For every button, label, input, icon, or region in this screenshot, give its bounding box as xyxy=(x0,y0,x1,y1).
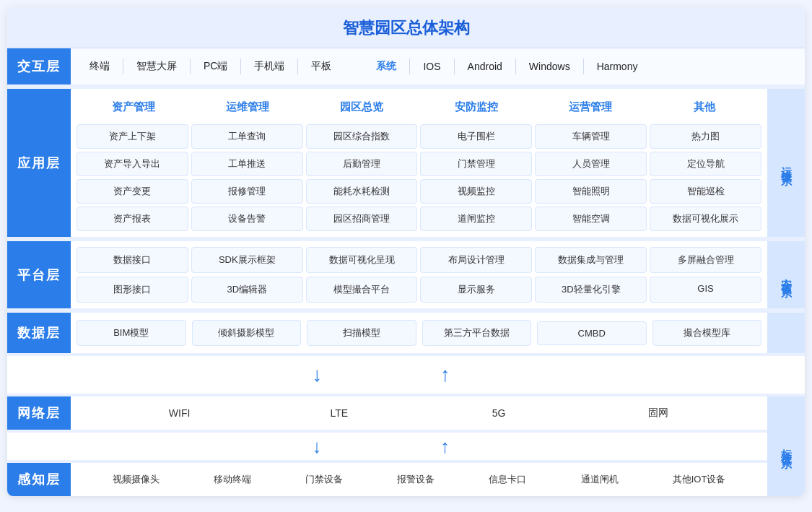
platform-layer-label: 平台层 xyxy=(7,241,71,308)
arrow-area: ↓ ↑ xyxy=(56,360,767,389)
data-cell-2: 扫描模型 xyxy=(307,320,416,346)
lte: LTE xyxy=(318,407,361,419)
app-cell-1-5: 定位导航 xyxy=(650,152,761,176)
app-header-3: 安防监控 xyxy=(419,97,533,117)
arrow-up-2-icon: ↑ xyxy=(440,435,450,458)
arrow-down-icon: ↓ xyxy=(313,363,323,386)
page-title: 智慧园区总体架构 xyxy=(7,7,805,48)
terminal-label: 终端 xyxy=(78,57,121,76)
mobile-terminal: 移动终端 xyxy=(214,473,251,486)
divider xyxy=(240,58,241,74)
plat-cell-1-3: 显示服务 xyxy=(420,277,532,303)
app-headers: 资产管理 运维管理 园区总览 安防监控 运营管理 其他 xyxy=(77,95,761,120)
5g: 5G xyxy=(477,407,520,419)
perception-layer-label: 感知层 xyxy=(7,463,71,496)
windows: Windows xyxy=(518,58,582,75)
other-iot: 其他IOT设备 xyxy=(673,473,726,486)
arrow-down-2-icon: ↓ xyxy=(313,435,322,458)
interaction-layer-label: 交互层 xyxy=(7,48,71,84)
app-row-1: 资产导入导出 工单推送 后勤管理 门禁管理 人员管理 定位导航 xyxy=(77,152,761,176)
app-cell-2-5: 智能巡检 xyxy=(650,179,761,204)
app-cell-3-2: 园区招商管理 xyxy=(306,207,418,231)
terminal-group: 终端 智慧大屏 PC端 手机端 平板 xyxy=(78,57,343,76)
network-content: WIFI LTE 5G 固网 xyxy=(71,396,767,430)
app-content: 资产管理 运维管理 园区总览 安防监控 运营管理 其他 资产上下架 工单查询 园… xyxy=(71,89,767,237)
perception-layer-row: 感知层 视频摄像头 移动终端 门禁设备 报警设备 信息卡口 通道闸机 其他IOT… xyxy=(7,463,767,496)
app-cell-2-4: 智能照明 xyxy=(535,179,647,204)
data-section-wrapper: 数据层 BIM模型 倾斜摄影模型 扫描模型 第三方平台数据 CMBD 撮合模型库 xyxy=(7,313,805,356)
harmony: Harmony xyxy=(585,58,650,75)
plat-cell-0-3: 布局设计管理 xyxy=(420,247,532,273)
alarm-device: 报警设备 xyxy=(397,473,435,486)
data-cell-1: 倾斜摄影模型 xyxy=(192,320,302,346)
divider xyxy=(409,58,410,74)
app-header-2: 园区总览 xyxy=(305,97,419,117)
app-layer-label: 应用层 xyxy=(7,89,71,237)
arrow-up-icon: ↑ xyxy=(440,363,450,386)
video-camera: 视频摄像头 xyxy=(113,473,160,486)
app-cell-2-3: 视频监控 xyxy=(420,179,532,204)
android: Android xyxy=(456,58,514,75)
app-cell-3-0: 资产报表 xyxy=(77,207,188,231)
app-cell-0-3: 电子围栏 xyxy=(420,124,532,149)
system-group: 系统 IOS Android Windows Harmony xyxy=(364,57,649,76)
standard-right-label: 标准体系 xyxy=(767,396,805,496)
divider xyxy=(515,58,516,74)
divider xyxy=(454,58,455,74)
app-section-wrapper: 应用层 资产管理 运维管理 园区总览 安防监控 运营管理 其他 资产上下架 工单… xyxy=(7,89,805,241)
main-container: 智慧园区总体架构 交互层 终端 智慧大屏 PC端 手机端 平板 系统 IOS xyxy=(7,7,805,496)
arrow-area-2: ↓ ↑ xyxy=(56,433,767,460)
app-cell-3-3: 道闸监控 xyxy=(420,207,532,231)
plat-cell-0-5: 多屏融合管理 xyxy=(650,247,761,273)
app-cell-1-1: 工单推送 xyxy=(191,152,303,176)
network-perception-col: 网络层 WIFI LTE 5G 固网 ↓ ↑ 感知层 视频摄像头 xyxy=(7,396,767,496)
smart-screen: 智慧大屏 xyxy=(125,57,188,76)
app-cell-2-0: 资产变更 xyxy=(77,179,188,204)
perception-content: 视频摄像头 移动终端 门禁设备 报警设备 信息卡口 通道闸机 其他IOT设备 xyxy=(71,463,767,496)
app-cell-2-2: 能耗水耗检测 xyxy=(306,179,418,204)
access-control: 门禁设备 xyxy=(305,473,343,486)
yw-right-label: 运维体系 xyxy=(767,89,805,237)
plat-cell-0-1: SDK展示框架 xyxy=(191,247,303,273)
app-cell-2-1: 报修管理 xyxy=(191,179,303,204)
data-cell-5: 撮合模型库 xyxy=(652,320,762,346)
app-cell-3-4: 智能空调 xyxy=(535,207,647,231)
app-cell-1-0: 资产导入导出 xyxy=(77,152,188,176)
divider xyxy=(583,58,584,74)
app-header-0: 资产管理 xyxy=(77,97,191,117)
app-cell-3-5: 数据可视化展示 xyxy=(650,207,761,231)
app-cell-3-1: 设备告警 xyxy=(191,207,303,231)
arrow-row: ↓ ↑ xyxy=(7,356,805,396)
plat-cell-1-0: 图形接口 xyxy=(77,277,188,303)
app-cell-0-1: 工单查询 xyxy=(191,124,303,149)
app-header-4: 运营管理 xyxy=(533,97,647,117)
app-header-5: 其他 xyxy=(647,97,761,117)
plat-cell-0-2: 数据可视化呈现 xyxy=(306,247,418,273)
ios: IOS xyxy=(411,58,452,75)
app-header-1: 运维管理 xyxy=(191,97,305,117)
plat-cell-0-4: 数据集成与管理 xyxy=(535,247,647,273)
platform-section-wrapper: 平台层 数据接口 SDK展示框架 数据可视化呈现 布局设计管理 数据集成与管理 … xyxy=(7,241,805,313)
arrow-row-2: ↓ ↑ xyxy=(7,433,767,463)
divider xyxy=(297,58,298,74)
wifi: WIFI xyxy=(158,407,201,419)
app-cell-0-2: 园区综合指数 xyxy=(306,124,418,149)
plat-cell-1-5: GIS xyxy=(650,277,761,303)
app-cell-0-0: 资产上下架 xyxy=(77,124,188,149)
fixed-network: 固网 xyxy=(637,407,680,420)
app-row-2: 资产变更 报修管理 能耗水耗检测 视频监控 智能照明 智能巡检 xyxy=(77,179,761,204)
app-row-0: 资产上下架 工单查询 园区综合指数 电子围栏 车辆管理 热力图 xyxy=(77,124,761,149)
network-layer-label: 网络层 xyxy=(7,396,71,430)
tablet: 平板 xyxy=(300,57,343,76)
plat-cell-1-4: 3D轻量化引擎 xyxy=(535,277,647,303)
app-cell-1-3: 门禁管理 xyxy=(420,152,532,176)
data-cell-3: 第三方平台数据 xyxy=(422,320,532,346)
system-label: 系统 xyxy=(364,57,408,76)
info-checkpoint: 信息卡口 xyxy=(489,473,526,486)
data-cell-0: BIM模型 xyxy=(77,320,186,346)
app-cell-0-5: 热力图 xyxy=(650,124,761,149)
app-cell-1-2: 后勤管理 xyxy=(306,152,418,176)
interaction-layer-row: 交互层 终端 智慧大屏 PC端 手机端 平板 系统 IOS Android xyxy=(7,48,805,89)
app-row-3: 资产报表 设备告警 园区招商管理 道闸监控 智能空调 数据可视化展示 xyxy=(77,207,761,231)
plat-cell-1-2: 模型撮合平台 xyxy=(306,277,418,303)
